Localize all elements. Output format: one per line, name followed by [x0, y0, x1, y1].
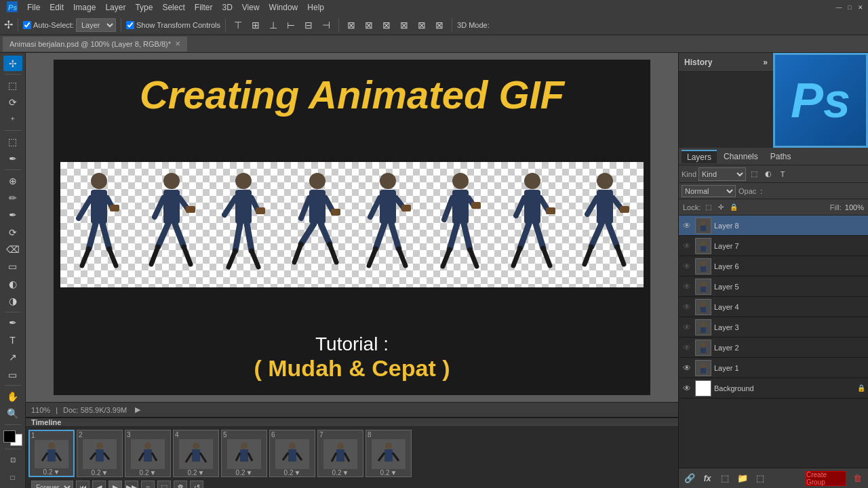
visibility-toggle-bg[interactable]: 👁 [682, 383, 692, 394]
color-swatches[interactable] [3, 430, 22, 446]
dist-right-btn[interactable]: ⊠ [379, 18, 394, 33]
auto-select-dropdown[interactable]: Layer Group [76, 18, 116, 32]
timeline-frame-5[interactable]: 5 0.2 ▼ [221, 430, 267, 477]
add-mask-btn[interactable]: ⬚ [718, 472, 732, 485]
link-layers-btn[interactable]: 🔗 [683, 472, 696, 485]
type-tool[interactable]: T [3, 332, 22, 348]
wand-tool[interactable]: ⁺ [3, 112, 22, 127]
foreground-color-swatch[interactable] [3, 430, 16, 443]
tab-paths[interactable]: Paths [765, 150, 797, 163]
heal-tool[interactable]: ⊕ [3, 173, 22, 188]
canvas-area[interactable]: Creating Animated GIF [26, 53, 678, 417]
brush-tool[interactable]: ✏ [3, 190, 22, 205]
document-tab[interactable]: Animasi berjalan.psd @ 100% (Layer 8, RG… [3, 37, 187, 52]
menu-help[interactable]: Help [303, 1, 328, 14]
layer-row-5[interactable]: 👁 Layer 5 [679, 277, 868, 297]
dist-hcenter-btn[interactable]: ⊠ [361, 18, 376, 33]
layer-row-6[interactable]: 👁 Layer 6 [679, 256, 868, 277]
align-hcenter-btn[interactable]: ⊟ [301, 18, 316, 33]
timeline-frame-4[interactable]: 4 0.2 ▼ [173, 430, 219, 477]
dist-top-btn[interactable]: ⊠ [397, 18, 412, 33]
prev-frame-btn[interactable]: ◀ [92, 481, 106, 488]
eyedropper-tool[interactable]: ✒ [3, 151, 22, 167]
align-vcenter-btn[interactable]: ⊞ [248, 18, 263, 33]
align-right-btn[interactable]: ⊣ [319, 18, 334, 33]
blend-mode-select[interactable]: Normal Multiply Screen [682, 185, 736, 197]
history-expand-icon[interactable]: » [763, 58, 768, 67]
next-frame-btn[interactable]: ▶▶ [125, 481, 138, 488]
fx-btn[interactable]: fx [701, 472, 714, 485]
frame-delay-4[interactable]: 0.2 ▼ [188, 469, 205, 476]
auto-select-checkbox[interactable] [23, 21, 31, 29]
layer-row-7[interactable]: 👁 Layer 7 [679, 236, 868, 256]
delete-layer-btn[interactable]: 🗑 [850, 472, 864, 485]
dist-left-btn[interactable]: ⊠ [344, 18, 359, 33]
loop-select[interactable]: Forever Once 3 Times [31, 481, 73, 488]
kind-filter-select[interactable]: Kind Name Effect [698, 167, 746, 181]
frame-delay-1[interactable]: 0.2 ▼ [43, 468, 60, 476]
visibility-toggle-1[interactable]: 👁 [682, 363, 692, 373]
path-selection-tool[interactable]: ↗ [3, 350, 22, 365]
align-top-btn[interactable]: ⊤ [231, 18, 245, 33]
visibility-toggle-3[interactable]: 👁 [682, 322, 692, 333]
move-tool[interactable]: ✢ [3, 56, 22, 71]
timeline-frame-6[interactable]: 6 0.2 ▼ [269, 430, 315, 477]
dist-vcenter-btn[interactable]: ⊠ [414, 18, 429, 33]
tab-layers[interactable]: Layers [682, 150, 717, 163]
frame-delay-5[interactable]: 0.2 ▼ [236, 469, 253, 476]
layer-row-3[interactable]: 👁 Layer 3 [679, 317, 868, 338]
dodge-tool[interactable]: ◑ [3, 293, 22, 309]
create-group-button[interactable]: Create Group [806, 471, 846, 486]
menu-window[interactable]: Window [265, 1, 302, 14]
visibility-toggle-2[interactable]: 👁 [682, 342, 692, 353]
shape-tool[interactable]: ▭ [3, 367, 22, 382]
menu-image[interactable]: Image [69, 1, 100, 14]
align-left-btn[interactable]: ⊢ [283, 18, 298, 33]
hand-tool[interactable]: ✋ [3, 388, 22, 404]
visibility-toggle-8[interactable]: 👁 [682, 220, 692, 231]
filter-pixel-btn[interactable]: ⬚ [748, 168, 760, 180]
copy-frame-btn[interactable]: ⬚ [157, 481, 171, 488]
menu-edit[interactable]: Edit [45, 1, 68, 14]
filter-adjust-btn[interactable]: ◐ [762, 168, 774, 180]
close-button[interactable]: ✕ [856, 3, 865, 12]
filter-type-btn[interactable]: T [776, 168, 789, 180]
visibility-toggle-6[interactable]: 👁 [682, 261, 692, 272]
marquee-tool[interactable]: ⬚ [3, 77, 22, 93]
pen-tool[interactable]: ✒ [3, 315, 22, 331]
play-btn[interactable]: ▶ [108, 481, 122, 488]
maximize-button[interactable]: □ [845, 3, 854, 12]
menu-3d[interactable]: 3D [218, 1, 236, 14]
visibility-toggle-5[interactable]: 👁 [682, 281, 692, 292]
timeline-frame-1[interactable]: 1 0.2 ▼ [28, 430, 75, 477]
layer-row-4[interactable]: 👁 Layer 4 [679, 297, 868, 317]
frame-delay-3[interactable]: 0.2 ▼ [140, 469, 157, 476]
layer-row-background[interactable]: 👁 Background 🔒 [679, 378, 868, 399]
lock-all-btn[interactable]: 🔒 [728, 202, 739, 213]
frame-delay-2[interactable]: 0.2 ▼ [92, 469, 108, 476]
crop-tool[interactable]: ⬚ [3, 134, 22, 149]
frame-delay-7[interactable]: 0.2 ▼ [332, 469, 349, 476]
eraser-tool[interactable]: ⌫ [3, 241, 22, 257]
dist-bottom-btn[interactable]: ⊠ [432, 18, 447, 33]
frame-delay-6[interactable]: 0.2 ▼ [284, 469, 301, 476]
menu-file[interactable]: File [23, 1, 44, 14]
layer-row-1[interactable]: 👁 Layer 1 [679, 358, 868, 378]
tab-channels[interactable]: Channels [718, 150, 764, 163]
clone-tool[interactable]: ✒ [3, 207, 22, 223]
new-layer-btn[interactable]: ⬚ [753, 472, 767, 485]
screenmode-tool[interactable]: □ [3, 469, 22, 485]
layer-row-2[interactable]: 👁 Layer 2 [679, 338, 868, 358]
menu-ps[interactable]: Ps [3, 0, 22, 16]
blur-tool[interactable]: ◐ [3, 276, 22, 291]
quickmask-tool[interactable]: ⊡ [3, 452, 22, 468]
menu-layer[interactable]: Layer [101, 1, 130, 14]
menu-filter[interactable]: Filter [191, 1, 217, 14]
tab-close-button[interactable]: ✕ [175, 40, 180, 47]
more-info-arrow[interactable]: ▶ [135, 405, 140, 414]
visibility-toggle-7[interactable]: 👁 [682, 241, 692, 251]
frame-delay-8[interactable]: 0.2 ▼ [380, 469, 397, 476]
lock-position-btn[interactable]: ✢ [715, 202, 726, 213]
minimize-button[interactable]: — [834, 3, 844, 12]
zoom-tool[interactable]: 🔍 [3, 406, 22, 422]
